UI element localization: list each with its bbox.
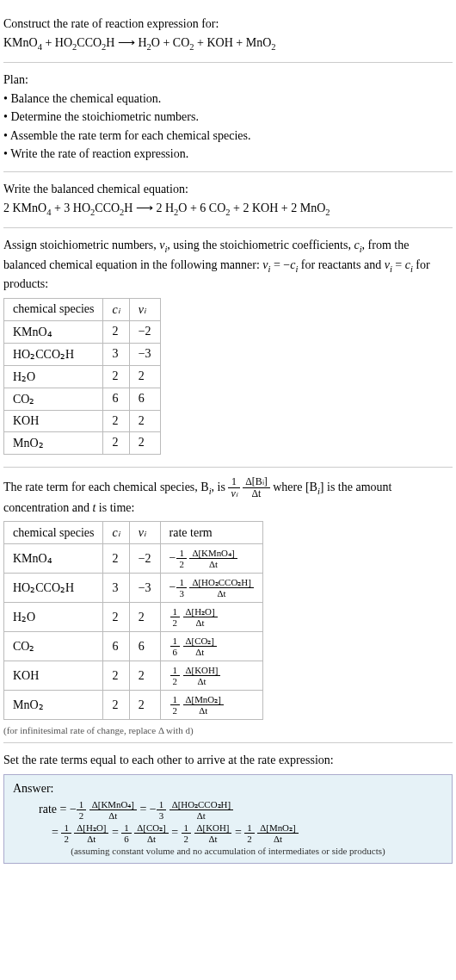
answer-title: Answer: <box>13 782 443 796</box>
set-equal-text: Set the rate terms equal to each other t… <box>3 752 453 769</box>
rate-term-table: chemical species cᵢ νᵢ rate term KMnO₄2−… <box>3 521 263 720</box>
balanced-title: Write the balanced chemical equation: <box>3 181 453 198</box>
fraction: Δ[MnO₂]Δt <box>183 694 224 716</box>
fraction: 12 <box>182 822 191 844</box>
table-row: MnO₂22 12 Δ[MnO₂]Δt <box>4 691 263 720</box>
fraction: Δ[H₂O]Δt <box>74 822 108 844</box>
rate-term-cell: 12 Δ[MnO₂]Δt <box>160 691 262 720</box>
fraction: 12 <box>244 822 254 844</box>
answer-section: Set the rate terms equal to each other t… <box>3 743 453 871</box>
fraction: 12 <box>61 822 71 844</box>
plan-section: Plan: • Balance the chemical equation. •… <box>3 63 453 172</box>
table-row: H₂O22 <box>4 365 161 388</box>
plan-title: Plan: <box>3 71 453 89</box>
fraction: Δ[KOH]Δt <box>183 665 221 686</box>
rate-term-cell: 12 Δ[H₂O]Δt <box>160 603 262 632</box>
fraction: Δ[H₂O]Δt <box>183 606 218 628</box>
table-row: CO₂66 <box>4 388 161 410</box>
rate-expression-line-1: rate = −12 Δ[KMnO₄]Δt = −13 Δ[HO₂CCO₂H]Δ… <box>39 799 443 821</box>
fraction: Δ[HO₂CCO₂H]Δt <box>189 577 253 599</box>
answer-box: Answer: rate = −12 Δ[KMnO₄]Δt = −13 Δ[HO… <box>3 774 453 864</box>
fraction: 16 <box>170 636 180 657</box>
col-rate-term: rate term <box>160 522 262 544</box>
col-nui: νᵢ <box>129 522 160 544</box>
fraction: Δ[MnO₂]Δt <box>257 822 298 844</box>
stoich-section: Assign stoichiometric numbers, νi, using… <box>3 228 453 468</box>
col-nui: νᵢ <box>129 298 160 320</box>
table-row: H₂O22 12 Δ[H₂O]Δt <box>4 603 263 632</box>
fraction: 12 <box>170 606 180 628</box>
table-row: KOH22 <box>4 410 161 431</box>
fraction: 16 <box>121 822 131 844</box>
fraction: Δ[CO₂]Δt <box>183 636 217 657</box>
fraction: Δ[KMnO₄]Δt <box>89 799 137 821</box>
fraction: 1νᵢ <box>228 476 239 499</box>
col-ci: cᵢ <box>103 522 129 544</box>
stoich-table: chemical species cᵢ νᵢ KMnO₄2−2 HO₂CCO₂H… <box>3 298 161 455</box>
balanced-equation: 2 KMnO4 + 3 HO2CCO2H ⟶ 2 H2O + 6 CO2 + 2… <box>3 200 453 219</box>
table-row: CO₂66 16 Δ[CO₂]Δt <box>4 632 263 661</box>
prompt-section: Construct the rate of reaction expressio… <box>3 7 453 63</box>
table-header-row: chemical species cᵢ νᵢ rate term <box>4 522 263 544</box>
balanced-section: Write the balanced chemical equation: 2 … <box>3 172 453 228</box>
fraction: 13 <box>157 799 166 821</box>
arrow-icon: ⟶ <box>118 35 135 49</box>
plan-bullet-4: • Write the rate of reaction expression. <box>3 146 453 163</box>
rate-term-cell: −12 Δ[KMnO₄]Δt <box>160 544 262 574</box>
rate-term-text: The rate term for each chemical species,… <box>3 476 453 517</box>
fraction: Δ[Bᵢ]Δt <box>243 476 270 499</box>
table-row: HO₂CCO₂H3−3 <box>4 343 161 365</box>
rate-term-section: The rate term for each chemical species,… <box>3 468 453 744</box>
rate-term-cell: 12 Δ[KOH]Δt <box>160 661 262 691</box>
fraction: 13 <box>176 577 186 599</box>
plan-bullet-3: • Assemble the rate term for each chemic… <box>3 127 453 145</box>
table-row: KMnO₄2−2 <box>4 320 161 343</box>
rate-term-cell: −13 Δ[HO₂CCO₂H]Δt <box>160 574 262 603</box>
answer-note: (assuming constant volume and no accumul… <box>13 846 443 856</box>
fraction: 12 <box>170 665 180 686</box>
fraction: 12 <box>170 694 180 716</box>
unbalanced-equation: KMnO4 + HO2CCO2H ⟶ H2O + CO2 + KOH + MnO… <box>3 34 453 53</box>
table-row: KMnO₄2−2 −12 Δ[KMnO₄]Δt <box>4 544 263 574</box>
eq-text: KMnO4 + HO2CCO2H ⟶ H2O + CO2 + KOH + MnO… <box>3 36 276 49</box>
arrow-icon: ⟶ <box>136 201 153 214</box>
col-ci: cᵢ <box>103 298 129 320</box>
fraction: Δ[CO₂]Δt <box>134 822 168 844</box>
rate-term-cell: 16 Δ[CO₂]Δt <box>160 632 262 661</box>
fraction: 12 <box>77 799 86 821</box>
prompt-title: Construct the rate of reaction expressio… <box>3 16 453 33</box>
rate-expression-line-2: = 12 Δ[H₂O]Δt = 16 Δ[CO₂]Δt = 12 Δ[KOH]Δ… <box>52 822 443 844</box>
col-species: chemical species <box>4 298 103 320</box>
infinitesimal-note: (for infinitesimal rate of change, repla… <box>3 725 453 735</box>
plan-bullet-1: • Balance the chemical equation. <box>3 90 453 108</box>
fraction: 12 <box>176 548 186 569</box>
table-row: HO₂CCO₂H3−3 −13 Δ[HO₂CCO₂H]Δt <box>4 574 263 603</box>
plan-bullet-2: • Determine the stoichiometric numbers. <box>3 109 453 126</box>
table-row: KOH22 12 Δ[KOH]Δt <box>4 661 263 691</box>
fraction: Δ[KOH]Δt <box>194 822 232 844</box>
fraction: Δ[HO₂CCO₂H]Δt <box>169 799 233 821</box>
table-header-row: chemical species cᵢ νᵢ <box>4 298 161 320</box>
fraction: Δ[KMnO₄]Δt <box>189 548 237 569</box>
table-row: MnO₂22 <box>4 431 161 454</box>
col-species: chemical species <box>4 522 103 544</box>
stoich-text: Assign stoichiometric numbers, νi, using… <box>3 237 453 293</box>
